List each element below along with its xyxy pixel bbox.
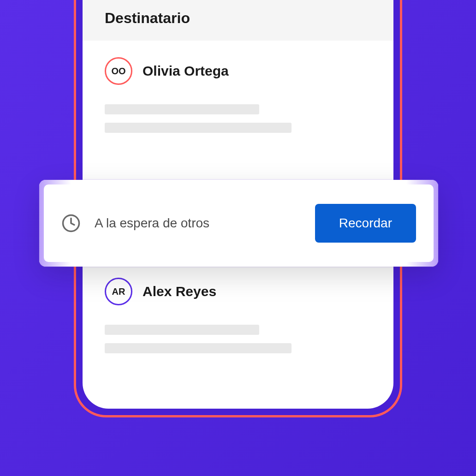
skeleton-placeholder bbox=[105, 123, 292, 133]
remind-button[interactable]: Recordar bbox=[315, 204, 416, 243]
status-text: A la espera de otros bbox=[95, 216, 301, 231]
clock-icon bbox=[61, 214, 81, 233]
recipient-header: OO Olivia Ortega bbox=[105, 57, 371, 85]
skeleton-placeholder bbox=[105, 343, 292, 353]
status-overlay-card: A la espera de otros Recordar bbox=[39, 180, 438, 267]
avatar: OO bbox=[105, 57, 132, 85]
skeleton-placeholder bbox=[105, 104, 259, 114]
recipient-name: Olivia Ortega bbox=[143, 63, 229, 79]
recipient-item: AR Alex Reyes bbox=[83, 261, 393, 373]
recipient-header: AR Alex Reyes bbox=[105, 278, 371, 305]
avatar-initials: OO bbox=[111, 66, 125, 77]
skeleton-placeholder bbox=[105, 325, 259, 335]
avatar-initials: AR bbox=[112, 286, 125, 297]
recipient-name: Alex Reyes bbox=[143, 284, 216, 299]
avatar: AR bbox=[105, 278, 132, 305]
section-header: Destinatario bbox=[83, 0, 393, 41]
section-title: Destinatario bbox=[105, 10, 371, 27]
